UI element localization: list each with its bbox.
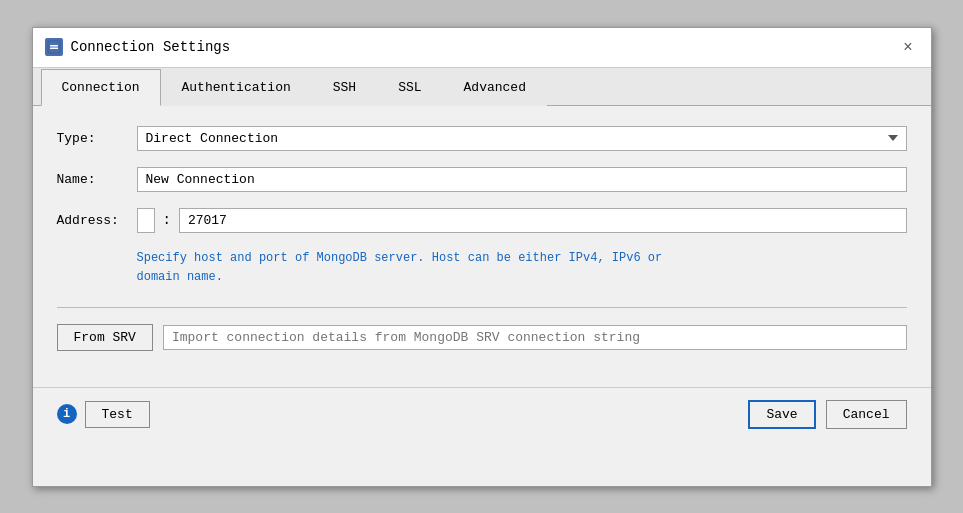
type-label: Type: xyxy=(57,131,137,146)
footer-right: Save Cancel xyxy=(748,400,906,429)
address-row: Address: : xyxy=(57,208,907,233)
name-label: Name: xyxy=(57,172,137,187)
cancel-button[interactable]: Cancel xyxy=(826,400,907,429)
app-icon xyxy=(45,38,63,56)
tab-ssh[interactable]: SSH xyxy=(312,69,377,106)
address-label: Address: xyxy=(57,213,137,228)
dialog-title: Connection Settings xyxy=(71,39,231,55)
svg-rect-1 xyxy=(50,45,58,47)
svg-rect-2 xyxy=(50,48,58,50)
tab-authentication[interactable]: Authentication xyxy=(161,69,312,106)
connection-settings-dialog: Connection Settings × Connection Authent… xyxy=(32,27,932,487)
tab-content: Type: Direct Connection Replica Set Shar… xyxy=(33,106,931,387)
tab-connection[interactable]: Connection xyxy=(41,69,161,106)
dialog-footer: i Test Save Cancel xyxy=(33,387,931,445)
port-input[interactable] xyxy=(179,208,907,233)
svg-rect-0 xyxy=(48,41,60,53)
divider xyxy=(57,307,907,308)
footer-left: i Test xyxy=(57,401,150,428)
from-srv-button[interactable]: From SRV xyxy=(57,324,153,351)
srv-input[interactable] xyxy=(163,325,907,350)
address-hint: Specify host and port of MongoDB server.… xyxy=(137,249,907,287)
address-port-row: : xyxy=(137,208,907,233)
test-button[interactable]: Test xyxy=(85,401,150,428)
srv-row: From SRV xyxy=(57,324,907,351)
info-icon: i xyxy=(57,404,77,424)
title-bar: Connection Settings × xyxy=(33,28,931,68)
name-input[interactable] xyxy=(137,167,907,192)
name-control xyxy=(137,167,907,192)
title-bar-left: Connection Settings xyxy=(45,38,231,56)
address-control: : xyxy=(137,208,907,233)
tab-ssl[interactable]: SSL xyxy=(377,69,442,106)
address-input[interactable] xyxy=(137,208,155,233)
type-control: Direct Connection Replica Set Sharded Cl… xyxy=(137,126,907,151)
name-row: Name: xyxy=(57,167,907,192)
type-row: Type: Direct Connection Replica Set Shar… xyxy=(57,126,907,151)
tab-bar: Connection Authentication SSH SSL Advanc… xyxy=(33,68,931,106)
type-select[interactable]: Direct Connection Replica Set Sharded Cl… xyxy=(137,126,907,151)
tab-advanced[interactable]: Advanced xyxy=(443,69,547,106)
colon-separator: : xyxy=(163,212,171,228)
save-button[interactable]: Save xyxy=(748,400,815,429)
close-button[interactable]: × xyxy=(897,37,918,57)
